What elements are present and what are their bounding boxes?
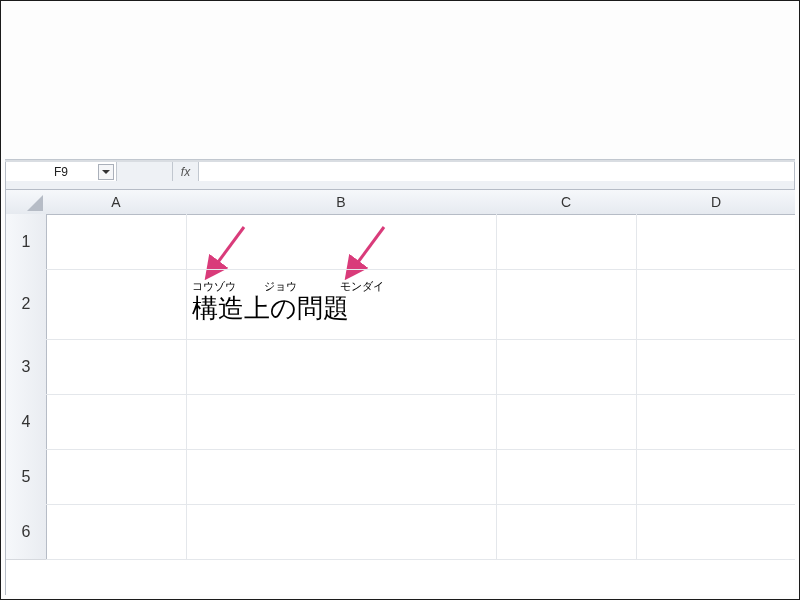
cell-B1[interactable] — [186, 214, 497, 270]
column-header-b[interactable]: B — [186, 190, 497, 215]
name-box-value: F9 — [54, 165, 68, 179]
row-header-1[interactable]: 1 — [6, 214, 47, 270]
row-header-3[interactable]: 3 — [6, 339, 47, 395]
formula-input[interactable] — [199, 162, 794, 182]
cell-A4[interactable] — [46, 394, 187, 450]
cell-b2-text: 構造上の問題 — [192, 295, 349, 321]
fx-icon[interactable]: fx — [173, 162, 199, 182]
cell-C1[interactable] — [496, 214, 637, 270]
row-header-6[interactable]: 6 — [6, 504, 47, 560]
cell-D3[interactable] — [636, 339, 795, 395]
spreadsheet-grid[interactable]: ABCD123456コウゾウジョウモンダイ構造上の問題 — [5, 189, 795, 595]
cell-A6[interactable] — [46, 504, 187, 560]
cell-B6[interactable] — [186, 504, 497, 560]
column-header-a[interactable]: A — [46, 190, 187, 215]
cell-A2[interactable] — [46, 269, 187, 340]
row-header-5[interactable]: 5 — [6, 449, 47, 505]
cell-A1[interactable] — [46, 214, 187, 270]
formula-bar: F9 fx — [5, 159, 795, 181]
cell-C4[interactable] — [496, 394, 637, 450]
column-header-d[interactable]: D — [636, 190, 795, 215]
row-header-2[interactable]: 2 — [6, 269, 47, 340]
cell-C5[interactable] — [496, 449, 637, 505]
formula-bar-spacer — [117, 162, 173, 182]
cell-C2[interactable] — [496, 269, 637, 340]
cell-D6[interactable] — [636, 504, 795, 560]
row-header-4[interactable]: 4 — [6, 394, 47, 450]
chevron-down-icon[interactable] — [98, 164, 114, 180]
cell-B5[interactable] — [186, 449, 497, 505]
cell-B4[interactable] — [186, 394, 497, 450]
cell-A3[interactable] — [46, 339, 187, 395]
cell-D1[interactable] — [636, 214, 795, 270]
cell-D4[interactable] — [636, 394, 795, 450]
cell-A5[interactable] — [46, 449, 187, 505]
cell-C3[interactable] — [496, 339, 637, 395]
cell-D5[interactable] — [636, 449, 795, 505]
select-all-corner[interactable] — [6, 190, 47, 215]
cell-D2[interactable] — [636, 269, 795, 340]
name-box[interactable]: F9 — [6, 162, 117, 182]
cell-C6[interactable] — [496, 504, 637, 560]
cell-B3[interactable] — [186, 339, 497, 395]
column-header-c[interactable]: C — [496, 190, 637, 215]
furigana-text: ジョウ — [264, 279, 297, 294]
furigana-text: モンダイ — [340, 279, 384, 294]
furigana-text: コウゾウ — [192, 279, 236, 294]
